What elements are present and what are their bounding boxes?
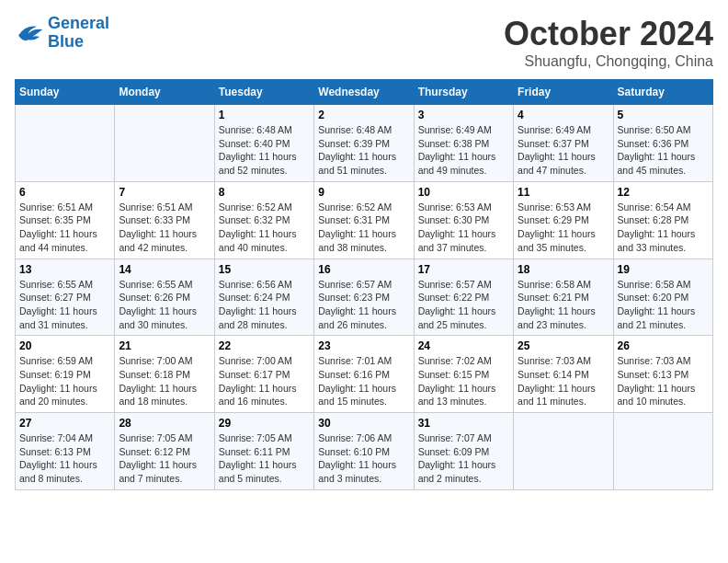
calendar-cell: 13Sunrise: 6:55 AM Sunset: 6:27 PM Dayli…	[16, 259, 115, 336]
day-info: Sunrise: 7:05 AM Sunset: 6:11 PM Dayligh…	[219, 431, 310, 486]
day-number: 21	[119, 339, 210, 352]
day-info: Sunrise: 6:50 AM Sunset: 6:36 PM Dayligh…	[618, 123, 709, 178]
day-info: Sunrise: 7:00 AM Sunset: 6:17 PM Dayligh…	[219, 354, 310, 408]
day-info: Sunrise: 6:49 AM Sunset: 6:38 PM Dayligh…	[418, 123, 509, 178]
day-number: 26	[618, 339, 709, 352]
day-info: Sunrise: 6:57 AM Sunset: 6:22 PM Dayligh…	[418, 278, 509, 332]
day-info: Sunrise: 6:58 AM Sunset: 6:20 PM Dayligh…	[618, 278, 709, 332]
day-info: Sunrise: 6:55 AM Sunset: 6:27 PM Dayligh…	[19, 278, 110, 332]
day-info: Sunrise: 6:49 AM Sunset: 6:37 PM Dayligh…	[518, 123, 609, 178]
day-number: 2	[318, 109, 409, 121]
calendar-cell: 26Sunrise: 7:03 AM Sunset: 6:13 PM Dayli…	[613, 336, 712, 413]
calendar-cell: 28Sunrise: 7:05 AM Sunset: 6:12 PM Dayli…	[115, 413, 214, 490]
day-number: 8	[219, 186, 310, 199]
calendar-week-1: 1Sunrise: 6:48 AM Sunset: 6:40 PM Daylig…	[16, 105, 713, 182]
day-info: Sunrise: 6:57 AM Sunset: 6:23 PM Dayligh…	[318, 278, 409, 332]
calendar-cell: 4Sunrise: 6:49 AM Sunset: 6:37 PM Daylig…	[514, 105, 613, 182]
calendar-cell: 5Sunrise: 6:50 AM Sunset: 6:36 PM Daylig…	[613, 105, 712, 182]
calendar-cell: 11Sunrise: 6:53 AM Sunset: 6:29 PM Dayli…	[514, 181, 613, 259]
calendar-cell: 15Sunrise: 6:56 AM Sunset: 6:24 PM Dayli…	[214, 259, 313, 336]
calendar-cell: 27Sunrise: 7:04 AM Sunset: 6:13 PM Dayli…	[16, 413, 115, 490]
day-info: Sunrise: 6:56 AM Sunset: 6:24 PM Dayligh…	[219, 278, 310, 332]
day-number: 1	[219, 109, 310, 121]
day-number: 23	[318, 339, 409, 352]
day-number: 22	[219, 339, 310, 352]
day-info: Sunrise: 6:52 AM Sunset: 6:31 PM Dayligh…	[318, 201, 409, 255]
day-info: Sunrise: 6:52 AM Sunset: 6:32 PM Dayligh…	[219, 201, 310, 255]
day-info: Sunrise: 6:53 AM Sunset: 6:29 PM Dayligh…	[518, 201, 609, 255]
calendar-cell: 25Sunrise: 7:03 AM Sunset: 6:14 PM Dayli…	[514, 336, 613, 413]
calendar-cell: 12Sunrise: 6:54 AM Sunset: 6:28 PM Dayli…	[613, 181, 712, 259]
day-number: 28	[119, 417, 210, 430]
day-number: 13	[19, 263, 110, 276]
day-number: 16	[318, 263, 409, 276]
calendar-week-3: 13Sunrise: 6:55 AM Sunset: 6:27 PM Dayli…	[16, 259, 713, 336]
day-number: 17	[418, 263, 509, 276]
day-number: 27	[19, 417, 110, 430]
day-number: 20	[19, 339, 110, 352]
calendar-cell: 8Sunrise: 6:52 AM Sunset: 6:32 PM Daylig…	[214, 181, 313, 259]
day-number: 6	[19, 186, 110, 199]
day-number: 11	[518, 186, 609, 199]
calendar-cell: 6Sunrise: 6:51 AM Sunset: 6:35 PM Daylig…	[16, 181, 115, 259]
calendar-cell	[514, 413, 613, 490]
logo: General Blue	[15, 15, 109, 52]
calendar-week-2: 6Sunrise: 6:51 AM Sunset: 6:35 PM Daylig…	[16, 181, 713, 259]
calendar-cell	[16, 105, 115, 182]
day-number: 10	[418, 186, 509, 199]
day-info: Sunrise: 6:48 AM Sunset: 6:39 PM Dayligh…	[318, 123, 409, 178]
calendar-cell: 30Sunrise: 7:06 AM Sunset: 6:10 PM Dayli…	[314, 413, 414, 490]
logo-general: General	[48, 14, 109, 32]
weekday-header-wednesday: Wednesday	[314, 80, 414, 105]
calendar-cell: 2Sunrise: 6:48 AM Sunset: 6:39 PM Daylig…	[314, 105, 414, 182]
day-number: 18	[518, 263, 609, 276]
day-info: Sunrise: 6:55 AM Sunset: 6:26 PM Dayligh…	[119, 278, 210, 332]
page-header: General Blue October 2024 Shuangfu, Chon…	[15, 15, 713, 70]
day-number: 25	[518, 339, 609, 352]
day-number: 31	[418, 417, 509, 430]
weekday-header-tuesday: Tuesday	[214, 80, 313, 105]
weekday-header-monday: Monday	[115, 80, 214, 105]
calendar-cell	[613, 413, 712, 490]
logo-icon	[15, 20, 44, 46]
day-number: 9	[318, 186, 409, 199]
calendar-cell	[115, 105, 214, 182]
day-number: 7	[119, 186, 210, 199]
day-number: 14	[119, 263, 210, 276]
calendar-cell: 10Sunrise: 6:53 AM Sunset: 6:30 PM Dayli…	[414, 181, 513, 259]
logo-blue: Blue	[48, 32, 84, 51]
calendar-week-5: 27Sunrise: 7:04 AM Sunset: 6:13 PM Dayli…	[16, 413, 713, 490]
day-info: Sunrise: 6:51 AM Sunset: 6:35 PM Dayligh…	[19, 201, 110, 255]
weekday-header-row: SundayMondayTuesdayWednesdayThursdayFrid…	[16, 80, 713, 105]
calendar-table: SundayMondayTuesdayWednesdayThursdayFrid…	[15, 79, 713, 490]
day-number: 3	[418, 109, 509, 121]
day-number: 12	[618, 186, 709, 199]
weekday-header-thursday: Thursday	[414, 80, 513, 105]
calendar-cell: 20Sunrise: 6:59 AM Sunset: 6:19 PM Dayli…	[16, 336, 115, 413]
day-number: 30	[318, 417, 409, 430]
day-info: Sunrise: 6:53 AM Sunset: 6:30 PM Dayligh…	[418, 201, 509, 255]
weekday-header-friday: Friday	[514, 80, 613, 105]
day-number: 24	[418, 339, 509, 352]
weekday-header-saturday: Saturday	[613, 80, 712, 105]
calendar-cell: 23Sunrise: 7:01 AM Sunset: 6:16 PM Dayli…	[314, 336, 414, 413]
day-info: Sunrise: 7:06 AM Sunset: 6:10 PM Dayligh…	[318, 431, 409, 486]
location-title: Shuangfu, Chongqing, China	[504, 53, 713, 70]
calendar-week-4: 20Sunrise: 6:59 AM Sunset: 6:19 PM Dayli…	[16, 336, 713, 413]
day-number: 5	[618, 109, 709, 121]
calendar-cell: 9Sunrise: 6:52 AM Sunset: 6:31 PM Daylig…	[314, 181, 414, 259]
calendar-cell: 31Sunrise: 7:07 AM Sunset: 6:09 PM Dayli…	[414, 413, 513, 490]
day-info: Sunrise: 7:01 AM Sunset: 6:16 PM Dayligh…	[318, 354, 409, 408]
calendar-cell: 18Sunrise: 6:58 AM Sunset: 6:21 PM Dayli…	[514, 259, 613, 336]
weekday-header-sunday: Sunday	[16, 80, 115, 105]
day-number: 19	[618, 263, 709, 276]
day-info: Sunrise: 7:03 AM Sunset: 6:13 PM Dayligh…	[618, 354, 709, 408]
month-title: October 2024	[504, 15, 713, 53]
day-number: 29	[219, 417, 310, 430]
day-info: Sunrise: 7:04 AM Sunset: 6:13 PM Dayligh…	[19, 431, 110, 486]
day-info: Sunrise: 7:05 AM Sunset: 6:12 PM Dayligh…	[119, 431, 210, 486]
day-number: 4	[518, 109, 609, 121]
day-info: Sunrise: 6:51 AM Sunset: 6:33 PM Dayligh…	[119, 201, 210, 255]
title-block: October 2024 Shuangfu, Chongqing, China	[504, 15, 713, 70]
day-info: Sunrise: 6:54 AM Sunset: 6:28 PM Dayligh…	[618, 201, 709, 255]
